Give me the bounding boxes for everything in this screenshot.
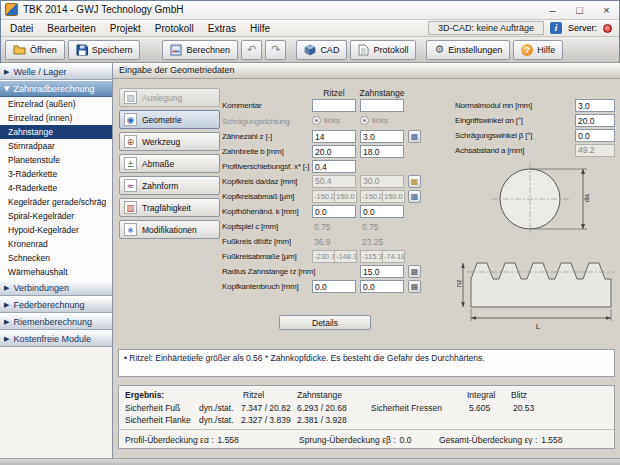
sidebar-item-hypoid-kegelraeder[interactable]: Hypoid-Kegelräder — [0, 223, 112, 237]
normalmodul-input[interactable] — [575, 99, 615, 112]
field-label: Kopfspiel c [mm] — [222, 222, 278, 231]
sidebar-item-schnecken[interactable]: Schnecken — [0, 251, 112, 265]
field-label: Kopfkreis da/daz [mm] — [222, 177, 297, 186]
document-icon — [358, 44, 369, 56]
lock-icon: ▦ — [411, 178, 419, 186]
radius-zahnstange-input[interactable] — [360, 265, 404, 278]
sidebar-item-kronenrad[interactable]: Kronenrad — [0, 237, 112, 251]
window-title: TBK 2014 - GWJ Technology GmbH — [23, 4, 539, 15]
param-label: Schrägungswinkel β [°] — [455, 131, 532, 140]
sicherheit-fressen-integral: 5.605 — [469, 403, 490, 413]
hilfe-button[interactable]: ? Hilfe — [513, 40, 563, 60]
sidebar-section-welle-lager[interactable]: ▶ Welle / Lager — [0, 63, 112, 80]
menu-item-hilfe[interactable]: Hilfe — [243, 23, 277, 34]
sidebar-section-federberechnung[interactable]: ▶ Federberechnung — [0, 296, 112, 313]
details-button[interactable]: Details — [279, 315, 371, 330]
kopfkantenbruch-ritzel-input[interactable] — [312, 280, 356, 293]
field-label: Kopfkreisabmaß [µm] — [222, 192, 294, 201]
undo-button[interactable]: ↶ — [241, 40, 262, 60]
info-icon[interactable]: i — [550, 22, 562, 34]
hilfe-label: Hilfe — [537, 45, 555, 55]
sidebar-section-kostenfreie-module[interactable]: ▶ Kostenfreie Module — [0, 330, 112, 347]
overlap-results-row: Profil-Überdeckung εα :1.558 Sprung-Über… — [119, 429, 614, 449]
kopfhoehenaenderung-ritzel-input[interactable] — [312, 205, 356, 218]
help-icon: ? — [521, 44, 533, 56]
tool-bar: Öffnen Speichern Berechnen ↶ ↷ CAD Proto… — [0, 37, 620, 63]
profil-ueberdeckung-label: Profil-Überdeckung εα : — [125, 435, 214, 445]
kommentar-zahnstange-input[interactable] — [360, 99, 404, 112]
sicherheit-fressen-blitz: 20.53 — [513, 403, 534, 413]
zahnbreite-zahnstange-input[interactable] — [360, 145, 404, 158]
param-row-eingriffswinkel: Eingriffswinkel αn [°] — [113, 114, 313, 127]
sprung-ueberdeckung: Sprung-Überdeckung εβ :0.0 — [299, 435, 411, 445]
menu-item-datei[interactable]: Datei — [3, 23, 40, 34]
sidebar-item-einzelrad-aussen[interactable]: Einzelrad (außen) — [0, 97, 112, 111]
sidebar-item-kegelraeder[interactable]: Kegelräder gerade/schräg — [0, 195, 112, 209]
profilverschiebung-ritzel-input[interactable] — [312, 160, 356, 173]
fusskreisabmasse-zahnstange-lo-value: -115.3 — [360, 250, 383, 263]
kopfkreisabmass-table-button[interactable]: ▦ — [408, 190, 421, 203]
save-icon — [76, 44, 88, 56]
sicherheit-fressen-label: Sicherheit Fressen — [371, 403, 442, 413]
sicherheit-fuss-zahnstange: 6.293 / 20.68 — [297, 403, 347, 413]
cad-cube-icon — [304, 44, 316, 56]
menu-item-protokoll[interactable]: Protokoll — [148, 23, 201, 34]
einstellungen-button[interactable]: ⚙ Einstellungen — [426, 40, 510, 60]
zahnbreite-ritzel-input[interactable] — [312, 145, 356, 158]
chevron-down-icon: ▼ — [4, 85, 9, 93]
kommentar-ritzel-input[interactable] — [312, 99, 356, 112]
menu-item-extras[interactable]: Extras — [201, 23, 243, 34]
param-row-achsabstand: Achsabstand a [mm] 49.2 — [113, 144, 313, 157]
sidebar-item-planetenstufe[interactable]: Planetenstufe — [0, 153, 112, 167]
chevron-right-icon: ▶ — [4, 318, 9, 326]
cad-label: CAD — [320, 45, 339, 55]
minimize-button[interactable]: – — [539, 0, 566, 19]
sidebar-item-4-raederkette[interactable]: 4-Räderkette — [0, 181, 112, 195]
section-label: Federberechnung — [13, 300, 84, 310]
eingriffswinkel-input[interactable] — [575, 114, 615, 127]
zaehnezahl-zahnstange-input[interactable] — [360, 130, 404, 143]
menu-right-status: 3D-CAD: keine Aufträge i Server: — [428, 21, 617, 35]
cad-button[interactable]: CAD — [296, 40, 347, 60]
sidebar-section-riemenberechnung[interactable]: ▶ Riemenberechnung — [0, 313, 112, 330]
radio-icon — [360, 116, 369, 125]
menu-bar: Datei Bearbeiten Projekt Protokoll Extra… — [0, 20, 620, 37]
sidebar-item-3-raederkette[interactable]: 3-Räderkette — [0, 167, 112, 181]
fusskreis-zahnstange-value: 23.25 — [362, 237, 383, 247]
kopfkreisabmass-ritzel-hi-value: 150.0 — [334, 190, 357, 203]
sidebar-item-spiral-kegelraeder[interactable]: Spiral-Kegelräder — [0, 209, 112, 223]
maximize-button[interactable]: □ — [566, 0, 593, 19]
zaehnezahl-ritzel-input[interactable] — [312, 130, 356, 143]
zaehnezahl-calc-button[interactable]: ▦ — [408, 130, 421, 143]
field-label: Fußkreis df/dfz [mm] — [222, 237, 291, 246]
fusskreisabmasse-ritzel-lo-value: -230.7 — [312, 250, 335, 263]
kopfkreisabmass-zahnstange-lo-value: -150.0 — [360, 190, 383, 203]
sidebar-section-zahnradberechnung[interactable]: ▼ Zahnradberechnung — [0, 80, 112, 97]
radius-zahnstange-calc-button[interactable]: ▦ — [408, 265, 421, 278]
gear-blank-diagram: da — [481, 159, 613, 239]
sicherheit-fuss-ritzel: 7.347 / 20.82 — [241, 403, 291, 413]
sidebar-item-waermehaushalt[interactable]: Wärmehaushalt — [0, 265, 112, 279]
kopfhoehenaenderung-zahnstange-input[interactable] — [360, 205, 404, 218]
sidebar-item-zahnstange[interactable]: Zahnstange — [0, 125, 112, 139]
sidebar-item-einzelrad-innen[interactable]: Einzelrad (innen) — [0, 111, 112, 125]
section-label: Kostenfreie Module — [13, 334, 91, 344]
gesamt-ueberdeckung: Gesamt-Überdeckung εγ :1.558 — [439, 435, 563, 445]
results-col-ritzel: Ritzel — [243, 390, 264, 400]
sidebar-section-verbindungen[interactable]: ▶ Verbindungen — [0, 279, 112, 296]
kopfkantenbruch-zahnstange-input[interactable] — [360, 280, 404, 293]
app-icon — [5, 3, 18, 16]
sidebar-item-stirnradpaar[interactable]: Stirnradpaar — [0, 139, 112, 153]
menu-item-bearbeiten[interactable]: Bearbeiten — [40, 23, 102, 34]
schraegungswinkel-input[interactable] — [575, 129, 615, 142]
calculate-button[interactable]: Berechnen — [162, 40, 238, 60]
kopfkantenbruch-options-button[interactable]: ▦ — [408, 280, 421, 293]
close-button[interactable]: × — [593, 0, 620, 19]
menu-item-projekt[interactable]: Projekt — [103, 23, 148, 34]
protokoll-button[interactable]: Protokoll — [350, 40, 416, 60]
open-button[interactable]: Öffnen — [5, 40, 65, 60]
kopfkreis-options-button[interactable]: ▦ — [408, 175, 421, 188]
save-button[interactable]: Speichern — [68, 40, 141, 60]
redo-button[interactable]: ↷ — [265, 40, 286, 60]
sicherheit-flanke-ritzel: 2.327 / 3.839 — [241, 415, 291, 425]
